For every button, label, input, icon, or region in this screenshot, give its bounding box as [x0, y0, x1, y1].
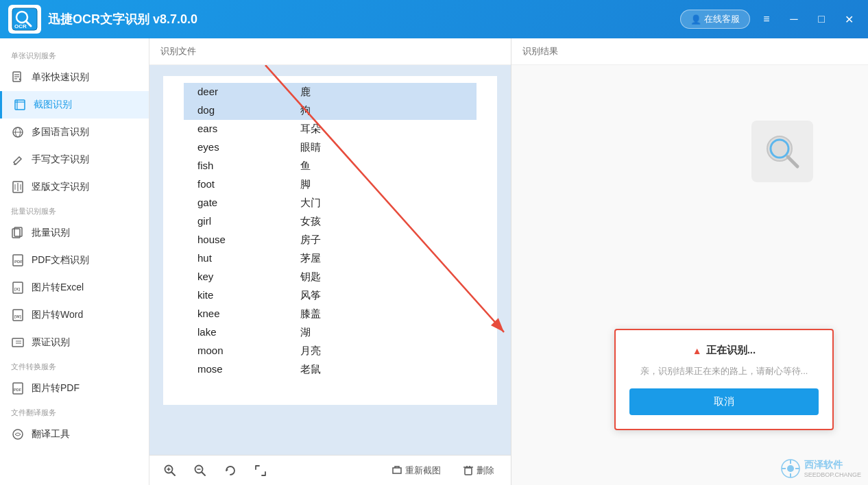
table-row: hut茅屋	[184, 249, 477, 268]
left-panel: 识别文件 deer鹿dog狗ears耳朵eyes眼睛fish鱼foot脚gate…	[149, 38, 511, 485]
minimize-button[interactable]: ─	[783, 10, 805, 29]
sidebar-item-vertical[interactable]: 竖版文字识别	[0, 173, 149, 201]
sidebar-item-label: 翻译工具	[32, 428, 70, 440]
sidebar-item-label: PDF文档识别	[32, 254, 89, 266]
batch-icon	[11, 226, 25, 240]
svg-text:[W]: [W]	[14, 314, 21, 319]
menu-button[interactable]: ≡	[756, 10, 777, 29]
svg-point-32	[13, 430, 23, 439]
sidebar-section-single: 单张识别服务	[0, 45, 149, 64]
panels: 识别文件 deer鹿dog狗ears耳朵eyes眼睛fish鱼foot脚gate…	[149, 38, 868, 485]
rotate-button[interactable]	[221, 461, 240, 480]
right-panel-header: 识别结果	[511, 38, 868, 65]
excel-icon: [X]	[11, 281, 25, 295]
sidebar-item-label: 截图识别	[34, 99, 72, 111]
globe-icon	[11, 125, 25, 139]
svg-text:OCR: OCR	[14, 23, 27, 29]
word-table-container: deer鹿dog狗ears耳朵eyes眼睛fish鱼foot脚gate大门gir…	[163, 76, 497, 405]
word-icon: [W]	[11, 308, 25, 322]
zoom-out-button[interactable]	[191, 461, 210, 480]
recapture-button[interactable]: 重新截图	[386, 462, 446, 480]
sidebar-item-label: 单张快速识别	[32, 71, 89, 84]
maximize-button[interactable]: □	[810, 10, 832, 29]
loading-dialog: ▲ 正在识别... 亲，识别结果正在来的路上，请耐心等待... 取消	[614, 329, 834, 430]
svg-rect-8	[15, 100, 25, 110]
sidebar-section-convert: 文件转换服务	[0, 356, 149, 375]
pdf-icon: PDF	[11, 253, 25, 267]
online-service-button[interactable]: 👤 在线客服	[680, 10, 750, 29]
table-row: eyes眼睛	[184, 138, 477, 157]
table-row: lake湖	[184, 323, 477, 342]
sidebar-item-label: 手写文字识别	[32, 153, 89, 166]
svg-text:[X]: [X]	[14, 287, 20, 291]
table-row: gate大门	[184, 194, 477, 212]
sidebar-item-img2pdf[interactable]: PDF 图片转PDF	[0, 375, 149, 402]
table-row: moon月亮	[184, 342, 477, 360]
title-bar: OCR 迅捷OCR文字识别 v8.7.0.0 👤 在线客服 ≡ ─ □ ✕	[0, 0, 868, 38]
svg-rect-43	[465, 468, 472, 475]
sidebar-section-batch: 批量识别服务	[0, 201, 149, 219]
svg-point-51	[787, 465, 794, 472]
single-quick-icon	[11, 71, 25, 84]
svg-line-36	[172, 472, 176, 475]
svg-text:PDF: PDF	[14, 260, 23, 264]
table-row: foot脚	[184, 175, 477, 194]
vertical-icon	[11, 180, 25, 194]
sidebar-item-label: 票证识别	[32, 336, 70, 349]
translate-icon	[11, 427, 25, 441]
expand-button[interactable]	[251, 461, 270, 480]
main-layout: 单张识别服务 单张快速识别 截图识别 多国语言识别 手写文字识别	[0, 38, 868, 485]
sidebar-item-img2excel[interactable]: [X] 图片转Excel	[0, 274, 149, 301]
loading-message: 亲，识别结果正在来的路上，请耐心等待...	[629, 365, 819, 377]
table-row: mose老鼠	[184, 360, 477, 379]
sidebar-item-idcard[interactable]: 票证识别	[0, 329, 149, 356]
sidebar-section-translate: 文件翻译服务	[0, 402, 149, 421]
image-area: deer鹿dog狗ears耳朵eyes眼睛fish鱼foot脚gate大门gir…	[149, 65, 511, 455]
sidebar-item-img2word[interactable]: [W] 图片转Word	[0, 301, 149, 329]
svg-line-49	[788, 157, 797, 166]
watermark: 西泽软件 SEEDBOP.CHANGE	[781, 459, 861, 478]
zoom-in-button[interactable]	[160, 461, 180, 480]
sidebar-item-label: 批量识别	[32, 227, 70, 239]
table-row: deer鹿	[184, 83, 477, 101]
cancel-button[interactable]: 取消	[629, 388, 819, 415]
search-placeholder-icon	[751, 121, 813, 182]
loading-title: ▲ 正在识别...	[629, 344, 819, 357]
svg-marker-42	[226, 469, 228, 471]
svg-line-40	[202, 472, 206, 475]
sidebar-item-batch[interactable]: 批量识别	[0, 219, 149, 247]
id-icon	[11, 336, 25, 349]
img2pdf-icon: PDF	[11, 382, 25, 395]
table-row: fish鱼	[184, 157, 477, 175]
table-row: dog狗	[184, 101, 477, 120]
app-title: 迅捷OCR文字识别 v8.7.0.0	[48, 11, 680, 27]
sidebar-item-multilang[interactable]: 多国语言识别	[0, 119, 149, 146]
sidebar-item-label: 图片转PDF	[32, 382, 80, 395]
warning-triangle-icon: ▲	[692, 345, 702, 356]
svg-text:PDF: PDF	[14, 388, 22, 392]
bottom-toolbar: 重新截图 删除	[149, 455, 511, 485]
sidebar-item-label: 竖版文字识别	[32, 181, 89, 193]
crop-icon	[13, 98, 27, 112]
title-bar-controls: 👤 在线客服 ≡ ─ □ ✕	[680, 10, 860, 29]
word-table: deer鹿dog狗ears耳朵eyes眼睛fish鱼foot脚gate大门gir…	[184, 83, 477, 379]
sidebar: 单张识别服务 单张快速识别 截图识别 多国语言识别 手写文字识别	[0, 38, 149, 485]
table-row: key钥匙	[184, 268, 477, 286]
sidebar-item-translate[interactable]: 翻译工具	[0, 421, 149, 448]
sidebar-item-label: 图片转Excel	[32, 282, 84, 294]
table-row: girl女孩	[184, 212, 477, 231]
sidebar-item-pdf[interactable]: PDF PDF文档识别	[0, 247, 149, 274]
sidebar-item-label: 多国语言识别	[32, 126, 89, 138]
table-row: ears耳朵	[184, 120, 477, 138]
sidebar-item-single-quick[interactable]: 单张快速识别	[0, 64, 149, 91]
delete-button[interactable]: 删除	[457, 462, 500, 480]
right-panel: 识别结果 ▲ 正在识别... 亲，识别结果正在来的路上，请耐心等待...	[511, 38, 868, 485]
sidebar-item-label: 图片转Word	[32, 309, 83, 321]
sidebar-item-handwrite[interactable]: 手写文字识别	[0, 146, 149, 173]
table-row: house房子	[184, 231, 477, 249]
svg-rect-27	[12, 338, 23, 347]
app-logo: OCR	[8, 5, 41, 34]
close-button[interactable]: ✕	[838, 10, 860, 29]
pen-icon	[11, 153, 25, 166]
sidebar-item-crop[interactable]: 截图识别	[0, 91, 149, 119]
